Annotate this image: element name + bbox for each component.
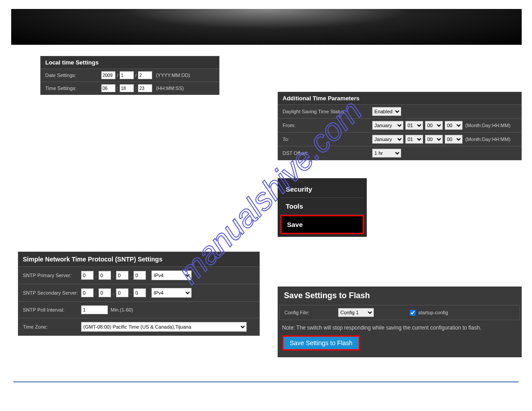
offset-select[interactable]: 1 hr — [372, 149, 401, 158]
poll-hint: Min.(1-60) — [111, 307, 133, 313]
dot: . — [113, 273, 114, 278]
startup-checkbox[interactable] — [410, 310, 416, 316]
mm-input[interactable] — [120, 84, 134, 92]
local-time-panel: Local time Settings Date Settings: / / (… — [40, 56, 219, 95]
primary-row: SNTP Primary Server: . . . IPv4 — [18, 266, 259, 284]
from-day-select[interactable]: 01 — [405, 121, 423, 130]
secondary-ipv-select[interactable]: IPv4 — [151, 288, 192, 298]
config-row: Config File: Config 1 startup-config — [279, 305, 520, 320]
from-mm-select[interactable]: 00 — [445, 121, 463, 130]
date-label: Date Settings: — [45, 73, 101, 78]
menu-tools[interactable]: Tools — [280, 198, 364, 215]
tz-select[interactable]: (GMT-08:00) Pacific Time (US & Canada),T… — [81, 322, 247, 332]
separator: : — [117, 86, 118, 91]
from-month-select[interactable]: January — [372, 121, 403, 130]
to-day-select[interactable]: 01 — [405, 135, 423, 144]
secondary-oct4[interactable] — [133, 288, 146, 297]
sntp-title: Simple Network Time Protocol (SNTP) Sett… — [18, 252, 259, 266]
menu-security[interactable]: Security — [280, 181, 364, 198]
secondary-row: SNTP Secondary Server: . . . IPv4 — [18, 284, 259, 301]
to-hint: (Month:Day:HH:MM) — [465, 137, 511, 142]
to-label: To: — [283, 137, 372, 142]
separator: / — [135, 73, 137, 78]
secondary-oct2[interactable] — [99, 288, 111, 297]
dst-status-row: Daylight Saving Time Status: Enabled — [278, 104, 521, 118]
time-label: Time Settings: — [45, 86, 101, 91]
to-mm-select[interactable]: 00 — [445, 135, 463, 144]
year-input[interactable] — [101, 71, 116, 79]
additional-title: Additional Time Parameters — [278, 92, 521, 104]
primary-oct3[interactable] — [116, 271, 129, 280]
additional-time-panel: Additional Time Parameters Daylight Savi… — [278, 92, 522, 160]
poll-row: SNTP Poll Interval: Min.(1-60) — [18, 301, 259, 318]
dst-status-select[interactable]: Enabled — [372, 107, 401, 116]
config-label: Config File: — [284, 310, 338, 315]
from-hh-select[interactable]: 00 — [425, 121, 443, 130]
save-panel: Save Settings to Flash Config File: Conf… — [278, 287, 522, 357]
time-row: Time Settings: : : (HH:MM:SS) — [41, 81, 219, 94]
secondary-label: SNTP Secondary Server: — [23, 290, 81, 295]
primary-oct1[interactable] — [81, 271, 94, 280]
ss-input[interactable] — [138, 84, 152, 92]
save-note: Note: The switch will stop responding wh… — [278, 320, 522, 335]
tz-label: Time Zone: — [23, 324, 81, 330]
from-hint: (Month:Day:HH:MM) — [465, 123, 511, 128]
poll-input[interactable] — [81, 305, 108, 314]
dot: . — [130, 290, 132, 295]
dot: . — [95, 290, 97, 295]
separator: / — [117, 73, 118, 78]
poll-label: SNTP Poll Interval: — [23, 307, 81, 313]
from-label: From: — [283, 123, 372, 128]
footer-divider — [13, 381, 519, 382]
separator: : — [135, 86, 137, 91]
dot: . — [130, 273, 132, 278]
save-title: Save Settings to Flash — [278, 287, 522, 305]
primary-label: SNTP Primary Server: — [23, 273, 81, 278]
to-row: To: January 01 00 00 (Month:Day:HH:MM) — [278, 132, 521, 146]
startup-label: startup-config — [418, 310, 448, 315]
offset-label: DST Offset: — [283, 150, 372, 156]
tz-row: Time Zone: (GMT-08:00) Pacific Time (US … — [18, 318, 259, 335]
day-input[interactable] — [138, 71, 152, 79]
secondary-oct3[interactable] — [116, 288, 129, 297]
primary-oct2[interactable] — [99, 271, 111, 280]
save-button[interactable]: Save Settings to Flash — [282, 335, 360, 351]
time-hint: (HH:MM:SS) — [156, 86, 184, 91]
nav-menu: Security Tools Save — [278, 178, 367, 237]
from-row: From: January 01 00 00 (Month:Day:HH:MM) — [278, 118, 521, 132]
secondary-oct1[interactable] — [81, 288, 94, 297]
to-hh-select[interactable]: 00 — [425, 135, 443, 144]
sntp-panel: Simple Network Time Protocol (SNTP) Sett… — [18, 252, 260, 336]
header-banner — [11, 9, 522, 45]
config-select[interactable]: Config 1 — [338, 308, 374, 317]
month-input[interactable] — [120, 71, 134, 79]
to-month-select[interactable]: January — [372, 135, 403, 144]
local-time-title: Local time Settings — [41, 56, 219, 68]
date-row: Date Settings: / / (YYYY:MM:DD) — [41, 68, 219, 81]
date-hint: (YYYY:MM:DD) — [156, 73, 190, 78]
menu-save[interactable]: Save — [280, 215, 364, 234]
primary-ipv-select[interactable]: IPv4 — [151, 270, 192, 280]
primary-oct4[interactable] — [133, 271, 146, 280]
dst-label: Daylight Saving Time Status: — [283, 109, 372, 114]
hh-input[interactable] — [101, 84, 116, 92]
offset-row: DST Offset: 1 hr — [278, 146, 521, 160]
dot: . — [95, 273, 97, 278]
dot: . — [113, 290, 114, 295]
